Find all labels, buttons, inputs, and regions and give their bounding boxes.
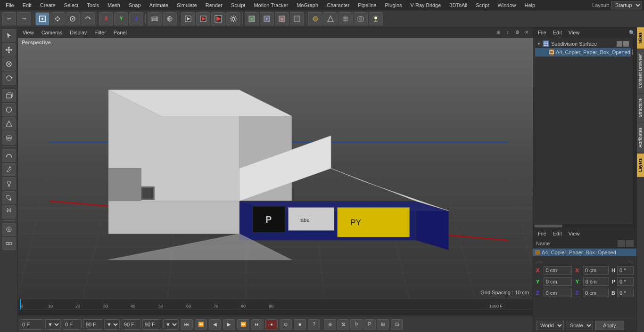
menu-item-vray[interactable]: V-Ray Bridge <box>407 1 445 9</box>
z-position-input[interactable] <box>544 289 572 297</box>
record-stop-button[interactable]: ■ <box>294 319 306 330</box>
snap-all-button[interactable]: P <box>363 319 376 330</box>
menu-item-animate[interactable]: Animate <box>146 1 172 9</box>
z-size-input[interactable] <box>583 289 609 297</box>
y-position-input[interactable] <box>544 277 572 286</box>
viewport-maximize-icon[interactable]: ↕ <box>504 28 512 37</box>
go-first-button[interactable]: ⏮ <box>181 319 193 330</box>
cone-tool[interactable] <box>2 117 16 130</box>
model-mode-button[interactable] <box>35 12 50 25</box>
viewport-menu-view[interactable]: View <box>20 29 37 36</box>
tab-layers[interactable]: Layers <box>637 153 644 177</box>
attr-row-a4box[interactable]: A4_Copier_Paper_Box_Opened <box>533 249 636 256</box>
play-button[interactable]: ▶ <box>223 319 235 330</box>
world-space-button[interactable] <box>163 12 177 25</box>
viewport-menu-display[interactable]: Display <box>67 29 90 36</box>
layout-mode-button[interactable]: ⊡ <box>391 319 403 330</box>
menu-item-script[interactable]: Script <box>472 1 493 9</box>
rotate-tool-button[interactable] <box>81 12 95 25</box>
frame-end-input[interactable] <box>83 319 102 330</box>
preview-start-input[interactable] <box>122 319 140 330</box>
viewport-menu-filter[interactable]: Filter <box>91 29 108 36</box>
obj-render-icon[interactable] <box>623 41 629 47</box>
next-frame-button[interactable]: ⏩ <box>237 319 249 330</box>
menu-item-edit[interactable]: Edit <box>19 1 35 9</box>
object-space-button[interactable] <box>148 12 162 25</box>
menu-item-mograph[interactable]: MoGraph <box>293 1 322 9</box>
frame-end-select[interactable]: ▼ <box>104 319 120 330</box>
record-help-button[interactable]: ? <box>308 319 320 330</box>
snap-grid-button[interactable]: ⊞ <box>377 319 389 330</box>
attrs-menu-edit[interactable]: Edit <box>550 230 565 237</box>
menu-item-tools[interactable]: Tools <box>83 1 103 9</box>
menu-item-file[interactable]: File <box>2 1 18 9</box>
magnet-tool[interactable] <box>2 205 16 219</box>
menu-item-mesh[interactable]: Mesh <box>104 1 124 9</box>
smooth-tool[interactable] <box>2 223 16 236</box>
h-rotation-input[interactable] <box>617 266 634 275</box>
menu-item-pipeline[interactable]: Pipeline <box>354 1 380 9</box>
auto-record-button[interactable]: ⊙ <box>280 319 292 330</box>
redo-button[interactable]: ↪ <box>17 12 31 25</box>
persp-view-button[interactable] <box>290 12 304 25</box>
record-button[interactable]: ● <box>265 319 278 330</box>
light-button[interactable] <box>369 12 383 25</box>
pen-tool[interactable] <box>2 163 16 176</box>
move-tool[interactable] <box>2 43 16 57</box>
obj-row-subdivision[interactable]: ▼ Subdivision Surface <box>535 40 631 48</box>
menu-item-render[interactable]: Render <box>202 1 226 9</box>
scale-tool[interactable] <box>2 57 16 71</box>
scale-tool-button[interactable] <box>66 12 80 25</box>
menu-item-snap[interactable]: Snap <box>125 1 145 9</box>
obj-tree-scrollbar[interactable] <box>633 38 636 224</box>
preview-end-input[interactable] <box>142 319 161 330</box>
snap-move-button[interactable]: ⊕ <box>324 319 336 330</box>
menu-item-window[interactable]: Window <box>494 1 520 9</box>
menu-item-plugins[interactable]: Plugins <box>381 1 405 9</box>
menu-item-create[interactable]: Create <box>36 1 59 9</box>
layout-select[interactable]: Startup <box>611 1 642 9</box>
x-size-input[interactable] <box>583 266 609 275</box>
snap-rotate-button[interactable]: ↻ <box>350 319 363 330</box>
grid-button[interactable] <box>339 12 353 25</box>
camera-button[interactable] <box>354 12 368 25</box>
spline-tool[interactable] <box>2 149 16 162</box>
attrs-menu-view[interactable]: View <box>566 230 583 237</box>
viewport-close-icon[interactable]: ✕ <box>522 28 531 37</box>
attrs-menu-file[interactable]: File <box>535 230 549 237</box>
obj-h-scrollbar-thumb[interactable] <box>534 225 562 227</box>
paint-tool[interactable] <box>2 191 16 204</box>
move-tool-button[interactable] <box>50 12 65 25</box>
y-axis-button[interactable]: Y <box>114 12 128 25</box>
obj-h-scrollbar[interactable] <box>533 224 636 228</box>
tab-structure[interactable]: Structure <box>637 93 644 122</box>
menu-item-sculpt[interactable]: Sculpt <box>227 1 249 9</box>
top-view-button[interactable]: T <box>260 12 274 25</box>
menu-item-3dtoall[interactable]: 3DToAll <box>446 1 471 9</box>
menu-item-simulate[interactable]: Simulate <box>173 1 201 9</box>
prev-frame-button[interactable]: ⏪ <box>195 319 207 330</box>
viewport-menu-panel[interactable]: Panel <box>111 29 130 36</box>
viewport-settings-icon[interactable]: ⚙ <box>513 28 521 37</box>
preview-end-select[interactable]: ▼ <box>163 319 179 330</box>
menu-item-select[interactable]: Select <box>60 1 83 9</box>
obj-visibility-icon[interactable] <box>617 41 622 47</box>
cylinder-tool[interactable] <box>2 131 16 145</box>
apply-button[interactable]: Apply <box>595 321 624 330</box>
obj-menu-view[interactable]: View <box>566 29 583 36</box>
x-axis-button[interactable]: X <box>99 12 113 25</box>
render-full-button[interactable] <box>211 12 225 25</box>
render-region-button[interactable] <box>181 12 195 25</box>
cube-tool[interactable] <box>2 89 16 102</box>
paint-button[interactable] <box>308 12 322 25</box>
side-view-button[interactable]: S <box>275 12 289 25</box>
viewport-expand-icon[interactable]: ⊞ <box>494 28 503 37</box>
timeline-track[interactable] <box>18 309 533 316</box>
menu-item-motion-tracker[interactable]: Motion Tracker <box>250 1 292 9</box>
menu-item-character[interactable]: Character <box>323 1 353 9</box>
obj-menu-file[interactable]: File <box>535 29 549 36</box>
viewport-menu-cameras[interactable]: Cameras <box>39 29 66 36</box>
obj-menu-edit[interactable]: Edit <box>550 29 565 36</box>
render-view-button[interactable] <box>196 12 210 25</box>
obj-search-icon[interactable]: 🔍 <box>629 30 635 35</box>
